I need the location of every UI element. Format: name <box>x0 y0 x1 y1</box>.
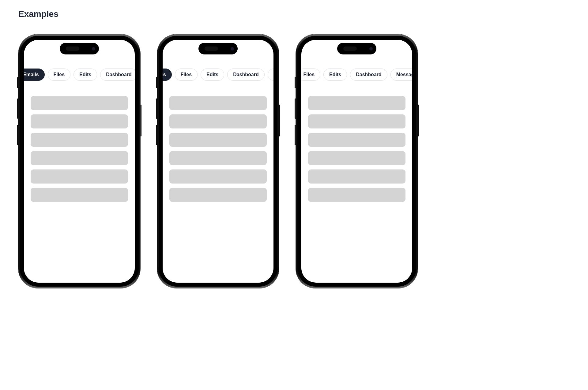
tab-files[interactable]: Files <box>301 69 320 81</box>
phone-camera-icon <box>231 47 234 50</box>
tab-dashboard[interactable]: Dashboard <box>350 69 387 81</box>
tab-edits[interactable]: Edits <box>201 69 224 81</box>
phone-mockup: EmailsFilesEditsDashboardMessages <box>18 34 140 288</box>
tab-messages[interactable]: Messages <box>390 69 412 81</box>
phone-camera-icon <box>369 47 373 50</box>
tab-scroll-row[interactable]: EmailsFilesEditsDashboardMessages <box>163 69 273 81</box>
list-item <box>308 114 405 128</box>
phone-screen: EmailsFilesEditsDashboardMessages <box>24 40 135 283</box>
placeholder-list <box>301 81 412 202</box>
list-item <box>308 169 405 184</box>
phone-mockup: EmailsFilesEditsDashboardMessages <box>296 34 418 288</box>
tab-dashboard[interactable]: Dashboard <box>100 69 135 81</box>
phone-dynamic-island <box>60 43 99 54</box>
list-item <box>169 151 267 165</box>
page-title: Examples <box>18 9 570 19</box>
list-item <box>308 188 405 202</box>
phone-mockup: EmailsFilesEditsDashboardMessages <box>157 34 279 288</box>
screen-content: EmailsFilesEditsDashboardMessages <box>163 40 273 283</box>
phone-dynamic-island <box>198 43 238 54</box>
phone-camera-icon <box>92 47 95 50</box>
list-item <box>31 169 128 184</box>
list-item <box>169 133 267 147</box>
placeholder-list <box>163 81 273 202</box>
list-item <box>31 96 128 110</box>
list-item <box>31 151 128 165</box>
list-item <box>169 169 267 184</box>
list-item <box>308 96 405 110</box>
screen-content: EmailsFilesEditsDashboardMessages <box>24 40 135 283</box>
list-item <box>308 151 405 165</box>
tab-files[interactable]: Files <box>175 69 198 81</box>
list-item <box>169 114 267 128</box>
phone-screen: EmailsFilesEditsDashboardMessages <box>163 40 273 283</box>
list-item <box>308 133 405 147</box>
tab-files[interactable]: Files <box>48 69 70 81</box>
tab-emails[interactable]: Emails <box>24 69 45 81</box>
tab-scroll-row[interactable]: EmailsFilesEditsDashboardMessages <box>24 69 135 81</box>
list-item <box>169 96 267 110</box>
placeholder-list <box>24 81 135 202</box>
tab-edits[interactable]: Edits <box>74 69 97 81</box>
list-item <box>169 188 267 202</box>
list-item <box>31 114 128 128</box>
phone-mockup-row: EmailsFilesEditsDashboardMessages Emails… <box>18 34 570 288</box>
tab-emails[interactable]: Emails <box>163 69 172 81</box>
list-item <box>31 188 128 202</box>
tab-dashboard[interactable]: Dashboard <box>227 69 265 81</box>
list-item <box>31 133 128 147</box>
phone-dynamic-island <box>337 43 376 54</box>
tab-scroll-row[interactable]: EmailsFilesEditsDashboardMessages <box>301 69 412 81</box>
phone-screen: EmailsFilesEditsDashboardMessages <box>301 40 412 283</box>
tab-edits[interactable]: Edits <box>323 69 347 81</box>
screen-content: EmailsFilesEditsDashboardMessages <box>301 40 412 283</box>
tab-messages[interactable]: Messages <box>268 69 273 81</box>
